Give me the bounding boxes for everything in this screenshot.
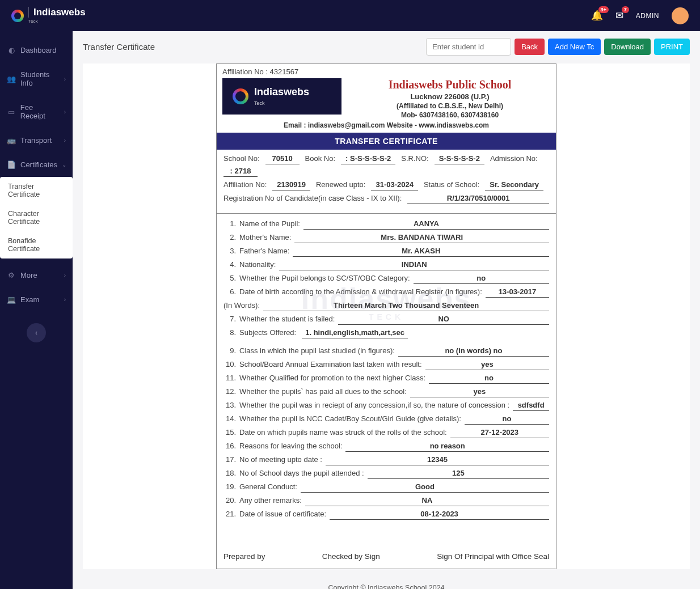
nav-label: Exam xyxy=(20,295,39,304)
field-value: AANYA xyxy=(303,219,549,230)
field-number: 17. xyxy=(224,455,236,464)
field-value: yes xyxy=(410,387,549,397)
bell-icon[interactable]: 🔔3+ xyxy=(591,10,603,22)
cert-field: 17.No of meeting upto date :12345 xyxy=(224,455,549,465)
field-label: No of meeting upto date : xyxy=(239,455,322,464)
field-label: School/Board Annual Examination last tak… xyxy=(239,360,422,368)
field-value: no reason xyxy=(345,442,549,452)
field-label: Any other remarks: xyxy=(239,496,302,505)
brand-sub: Teck xyxy=(28,19,86,24)
mail-icon[interactable]: ✉7 xyxy=(615,10,623,22)
chevron-down-icon: ⌄ xyxy=(62,162,66,168)
field-number: 16. xyxy=(224,442,236,450)
certificate-container: Affiliation No : 4321567 IndiaswebsTeck … xyxy=(83,63,690,569)
dashboard-icon: ◐ xyxy=(7,46,16,54)
field-number: 10. xyxy=(224,360,236,368)
field-value: 13-03-2017 xyxy=(486,287,549,298)
field-label: Name of the Pupil: xyxy=(239,219,300,228)
field-label: Date on which pupils name was struck of … xyxy=(239,428,447,437)
page-header: Transfer Certificate Back Add New Tc Dow… xyxy=(83,38,690,56)
field-value: Mr. AKASH xyxy=(293,247,549,257)
nav-label: Dashboard xyxy=(20,46,57,54)
field-value: NO xyxy=(338,315,549,325)
field-label: Reasons for leaving the school: xyxy=(239,442,342,450)
submenu-transfer-certificate[interactable]: Transfer Certificate xyxy=(0,177,73,204)
exam-icon: 💻 xyxy=(7,295,16,304)
cert-field: 2.Mother's Name:Mrs. BANDANA TIWARI xyxy=(224,233,549,243)
school-header: Indiaswebs Public School Lucknow 226008 … xyxy=(349,78,550,119)
field-label: Whether the pupil is NCC Cadet/Boy Scout… xyxy=(239,414,461,423)
tc-banner: TRANSFER CERTIFICATE xyxy=(217,133,556,150)
submenu-character-certificate[interactable]: Character Certificate xyxy=(0,204,73,231)
nav-dashboard[interactable]: ◐Dashboard xyxy=(0,38,73,62)
field-label: Class in which the pupil last studied (i… xyxy=(239,346,395,355)
nav-label: Certificates xyxy=(20,160,57,169)
submenu-bonafide-certificate[interactable]: Bonafide Certificate xyxy=(0,231,73,259)
sidebar-collapse-button[interactable]: ‹ xyxy=(27,323,46,342)
nav-label: Students Info xyxy=(20,70,60,87)
print-button[interactable]: PRINT xyxy=(654,39,690,55)
transport-icon: 🚌 xyxy=(7,136,16,145)
school-affiliated: (Affiliated to C.B.S.E., New Delhi) xyxy=(349,102,550,110)
field-number: 3. xyxy=(224,247,236,255)
sign-checked: Checked by Sign xyxy=(322,552,380,561)
nav-fee-receipt[interactable]: ▭Fee Receipt › xyxy=(0,95,73,128)
meta-label: School No: xyxy=(224,154,260,163)
certificates-icon: 📄 xyxy=(7,160,16,169)
back-button[interactable]: Back xyxy=(515,39,545,55)
cert-field: 6.Date of birth according to the Admissi… xyxy=(224,287,549,298)
chevron-right-icon: › xyxy=(64,109,66,115)
meta-label: S.R.NO: xyxy=(401,154,428,163)
field-value: 12345 xyxy=(326,455,549,465)
nav-students-info[interactable]: 👥Students Info › xyxy=(0,62,73,95)
school-sub: Lucknow 226008 (U.P.) xyxy=(349,92,550,101)
cert-body: IndiaswebsTECK 1.Name of the Pupil:AANYA… xyxy=(217,214,556,569)
cert-field: 5.Whether the Pupil belongs to SC/ST/OBC… xyxy=(224,274,549,284)
field-number: 2. xyxy=(224,233,236,241)
meta-label: Affiliation No: xyxy=(224,180,267,189)
cert-field: 10.School/Board Annual Examination last … xyxy=(224,360,549,370)
footer: Copyright © Indiaswebs School 2024 xyxy=(83,584,690,589)
nav-exam[interactable]: 💻Exam › xyxy=(0,287,73,312)
field-number: 11. xyxy=(224,374,236,382)
nav-more[interactable]: ⚙More › xyxy=(0,263,73,287)
download-button[interactable]: Download xyxy=(604,39,651,55)
field-value: no xyxy=(465,414,549,425)
sign-prepared: Prepared by xyxy=(224,552,265,561)
sign-principal: Sign Of Principal with Office Seal xyxy=(437,552,549,561)
avatar[interactable] xyxy=(672,7,689,24)
chevron-right-icon: › xyxy=(64,272,66,278)
field-value: 125 xyxy=(368,469,549,479)
field-number: 9. xyxy=(224,346,236,355)
field-number: 15. xyxy=(224,428,236,437)
school-logo-box: IndiaswebsTeck xyxy=(222,78,341,115)
sidebar: ◐Dashboard 👥Students Info › ▭Fee Receipt… xyxy=(0,31,73,589)
field-label: Nationality: xyxy=(239,260,276,269)
school-name: Indiaswebs Public School xyxy=(349,78,550,91)
field-number: 7. xyxy=(224,315,236,323)
meta-label: Renewed upto: xyxy=(316,180,365,189)
cert-field: 20.Any other remarks:NA xyxy=(224,496,549,506)
nav-transport[interactable]: 🚌Transport › xyxy=(0,128,73,152)
cert-field: 3.Father's Name:Mr. AKASH xyxy=(224,247,549,257)
chevron-right-icon: › xyxy=(64,76,66,82)
certificates-submenu: Transfer Certificate Character Certifica… xyxy=(0,177,73,259)
field-number: 20. xyxy=(224,496,236,505)
field-number: 12. xyxy=(224,387,236,396)
field-number: 5. xyxy=(224,274,236,282)
user-label[interactable]: ADMIN xyxy=(636,12,659,20)
receipt-icon: ▭ xyxy=(7,108,16,116)
field-label: Whether Qualified for promotion to the n… xyxy=(239,374,425,382)
gear-icon: ⚙ xyxy=(7,271,16,279)
brand[interactable]: Indiaswebs Teck xyxy=(11,7,86,24)
field-number: 6. xyxy=(224,287,236,296)
add-new-tc-button[interactable]: Add New Tc xyxy=(548,39,601,55)
meta-value: Sr. Secondary xyxy=(485,180,543,190)
nav-certificates[interactable]: 📄Certificates ⌄ xyxy=(0,152,73,177)
field-label: (In Words): xyxy=(224,301,260,310)
search-input[interactable] xyxy=(426,38,511,56)
cert-field: 14.Whether the pupil is NCC Cadet/Boy Sc… xyxy=(224,414,549,425)
field-label: Subjects Offered: xyxy=(239,328,296,337)
meta-value: 70510 xyxy=(265,154,300,164)
cert-field: 19.General Conduct:Good xyxy=(224,482,549,493)
